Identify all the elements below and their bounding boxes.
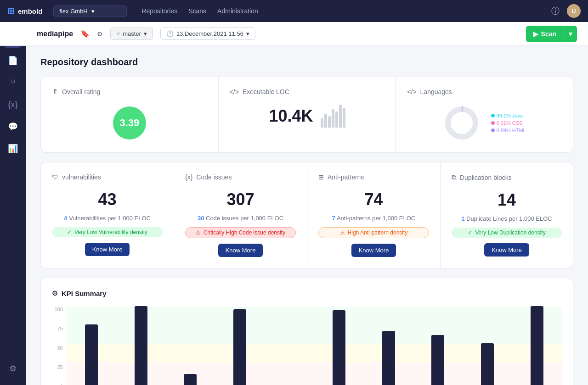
app-logo[interactable]: ⊞ embold xyxy=(7,6,42,16)
badge-text: Critically High Code issue density xyxy=(204,229,285,236)
scan-button[interactable]: ▶ Scan ▾ xyxy=(526,26,577,42)
loc-bar xyxy=(324,114,327,128)
metric-header: ⊞ Anti-patterns xyxy=(318,173,429,181)
loc-content: 10.4K xyxy=(230,105,385,128)
bar xyxy=(233,309,246,385)
lang-html: 0.89% HTML xyxy=(491,128,526,133)
languages-content: 99.1% Java 0.01% CSS 0.89% HTML xyxy=(407,105,562,141)
code-icon: {x} xyxy=(8,100,17,110)
main-content: Repository dashboard 🎖 Overall rating 3.… xyxy=(26,46,588,385)
kpi-icon: ⊙ xyxy=(52,289,58,297)
sub-nav: mediapipe 🔖 ⚙ ⑂ master ▾ 🕐 13.December.2… xyxy=(0,22,588,46)
executable-loc-card: </> Executable LOC 10.4K xyxy=(218,77,396,153)
badge-icon: ⚠ xyxy=(340,229,345,236)
kpi-card: ⊙ KPI Summary 0 25 50 75 100 xyxy=(40,278,573,385)
java-dot xyxy=(491,114,495,117)
branch-selector[interactable]: ⑂ master ▾ xyxy=(110,28,153,40)
badge-icon: ⚠ xyxy=(196,229,201,236)
sidebar-item-files[interactable]: 📄 xyxy=(4,51,22,70)
bar-group xyxy=(116,306,166,385)
sidebar-item-settings[interactable]: ⚙ xyxy=(4,359,22,378)
know-more-button[interactable]: Know More xyxy=(351,244,396,257)
know-more-button[interactable]: Know More xyxy=(218,244,263,257)
loc-bar xyxy=(328,116,331,128)
metric-card-anti-patterns: ⊞ Anti-patterns 74 7 Anti-patterns per 1… xyxy=(307,162,440,268)
scan-button-main[interactable]: ▶ Scan xyxy=(526,27,564,41)
density-badge: ✓ Very Low Duplication density xyxy=(452,228,562,238)
badge-text: Very Low Duplication density xyxy=(475,229,545,236)
sidebar-item-branches[interactable]: ⑂ xyxy=(4,73,22,92)
user-avatar[interactable]: U xyxy=(567,4,581,18)
languages-legend: 99.1% Java 0.01% CSS 0.89% HTML xyxy=(491,113,526,133)
git-branch-icon: ⑂ xyxy=(116,30,120,37)
bookmark-icon[interactable]: 🔖 xyxy=(80,29,90,38)
css-dot xyxy=(491,121,495,125)
metric-density: 4 Vulnerabilities per 1,000 ELOC xyxy=(52,215,163,222)
badge-text: High Anti-pattern density xyxy=(348,229,408,236)
settings-icon[interactable]: ⚙ xyxy=(97,30,103,38)
bar-group xyxy=(166,306,215,385)
sidebar-item-reports[interactable]: 📊 xyxy=(4,139,22,158)
y-label-25: 25 xyxy=(52,364,63,370)
kpi-label: KPI Summary xyxy=(62,290,107,297)
metrics-row: 🛡 vulnerabilities 43 4 Vulnerabilities p… xyxy=(40,162,573,268)
loc-bar xyxy=(332,109,334,128)
nav-repositories[interactable]: Repositories xyxy=(141,7,177,15)
languages-label: Languages xyxy=(420,88,452,95)
sidebar-item-issues[interactable]: 💬 xyxy=(4,117,22,136)
help-circle-icon[interactable]: ⓘ xyxy=(551,6,560,17)
scan-date: 13.December.2021 11:56 xyxy=(176,30,243,37)
bar-group xyxy=(215,306,265,385)
overall-rating-header: 🎖 Overall rating xyxy=(52,88,207,95)
git-branch-icon: ⑂ xyxy=(11,78,16,88)
chevron-down-icon: ▾ xyxy=(569,29,572,38)
date-selector[interactable]: 🕐 13.December.2021 11:56 ▾ xyxy=(160,28,255,40)
loc-chart xyxy=(321,105,345,128)
scan-btn-dropdown[interactable]: ▾ xyxy=(564,29,577,38)
bar xyxy=(382,331,395,385)
metric-density: 1 Duplicate Lines per 1,000 ELOC xyxy=(452,215,562,222)
svg-point-0 xyxy=(448,109,475,137)
clock-icon: 🕐 xyxy=(166,30,174,37)
badge-text: Very Low Vulnerability density xyxy=(74,229,147,235)
code-icon: </> xyxy=(407,88,416,95)
density-badge: ⚠ Critically High Code issue density xyxy=(185,227,296,238)
bar xyxy=(333,310,345,385)
loc-bar xyxy=(339,105,342,128)
issues-icon: 💬 xyxy=(8,122,18,132)
org-selector[interactable]: flex GmbH ▾ xyxy=(53,6,127,17)
sidebar-item-code[interactable]: {x} xyxy=(4,95,22,114)
org-name: flex GmbH xyxy=(59,8,87,15)
loc-bar xyxy=(321,118,323,128)
html-dot xyxy=(491,128,495,132)
branch-name: master xyxy=(123,30,141,37)
chevron-down-icon: ▾ xyxy=(144,30,147,37)
metric-header: {x} Code issues xyxy=(185,173,296,181)
settings-icon: ⚙ xyxy=(9,363,17,374)
metric-label: Anti-patterns xyxy=(328,173,364,181)
know-more-button[interactable]: Know More xyxy=(85,243,130,256)
metric-card-code-issues: {x} Code issues 307 30 Code issues per 1… xyxy=(174,162,307,268)
sidebar: ⊞ 📄 ⑂ {x} 💬 📊 ⚙ xyxy=(0,22,26,385)
languages-card: </> Languages 99.1% Java 0.01% CSS xyxy=(396,77,573,153)
nav-administration[interactable]: Administration xyxy=(217,7,258,15)
loc-bar xyxy=(343,108,345,128)
nav-right: ⓘ U xyxy=(551,4,581,18)
know-more-button[interactable]: Know More xyxy=(484,243,529,257)
top-stats-row: 🎖 Overall rating 3.39 </> Executable LOC… xyxy=(40,77,573,153)
bar-group xyxy=(314,306,364,385)
y-label-50: 50 xyxy=(52,345,63,351)
nav-scans[interactable]: Scans xyxy=(188,7,206,15)
overall-rating-card: 🎖 Overall rating 3.39 xyxy=(40,77,218,153)
page-title: Repository dashboard xyxy=(40,57,573,67)
kpi-chart-area: 0 25 50 75 100 xyxy=(52,307,562,385)
metric-value: 14 xyxy=(452,190,562,210)
metric-label: vulnerabilities xyxy=(62,173,101,181)
app-name: embold xyxy=(18,7,42,15)
loc-value: 10.4K xyxy=(269,106,313,126)
badge-icon: ✓ xyxy=(468,229,472,236)
css-label: 0.01% CSS xyxy=(497,120,523,126)
overall-rating-label: Overall rating xyxy=(62,88,100,95)
bar xyxy=(184,374,197,385)
y-label-75: 75 xyxy=(52,326,63,331)
